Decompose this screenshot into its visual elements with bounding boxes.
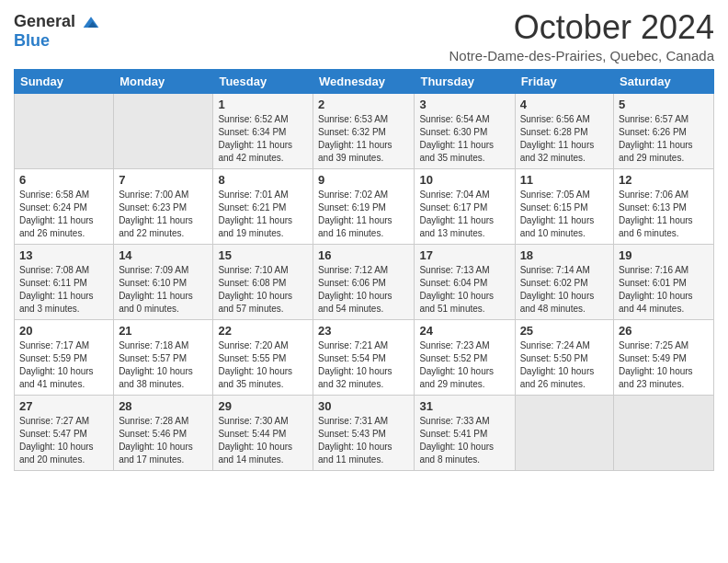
day-info: Sunrise: 6:58 AM Sunset: 6:24 PM Dayligh… [19, 189, 108, 240]
day-number: 21 [119, 324, 208, 338]
day-info: Sunrise: 6:56 AM Sunset: 6:28 PM Dayligh… [520, 113, 609, 165]
day-info: Sunrise: 7:01 AM Sunset: 6:21 PM Dayligh… [218, 189, 308, 240]
calendar-cell: 15Sunrise: 7:10 AM Sunset: 6:08 PM Dayli… [213, 244, 313, 319]
day-number: 8 [218, 173, 308, 187]
day-number: 23 [318, 324, 409, 338]
weekday-header: Saturday [614, 69, 714, 93]
calendar-cell: 29Sunrise: 7:30 AM Sunset: 5:44 PM Dayli… [213, 395, 313, 470]
day-info: Sunrise: 6:54 AM Sunset: 6:30 PM Dayligh… [419, 113, 509, 165]
day-info: Sunrise: 7:08 AM Sunset: 6:11 PM Dayligh… [19, 264, 108, 316]
day-info: Sunrise: 7:24 AM Sunset: 5:50 PM Dayligh… [520, 339, 609, 391]
day-info: Sunrise: 7:02 AM Sunset: 6:19 PM Dayligh… [318, 189, 409, 240]
calendar-cell: 17Sunrise: 7:13 AM Sunset: 6:04 PM Dayli… [415, 244, 515, 319]
day-number: 6 [19, 173, 108, 187]
day-info: Sunrise: 7:06 AM Sunset: 6:13 PM Dayligh… [619, 189, 709, 240]
weekday-header: Monday [114, 69, 213, 93]
weekday-header: Tuesday [213, 69, 313, 93]
day-number: 20 [19, 324, 108, 338]
day-number: 14 [119, 248, 208, 262]
calendar-cell: 3Sunrise: 6:54 AM Sunset: 6:30 PM Daylig… [415, 93, 515, 168]
day-info: Sunrise: 7:04 AM Sunset: 6:17 PM Dayligh… [419, 189, 509, 240]
day-info: Sunrise: 7:25 AM Sunset: 5:49 PM Dayligh… [619, 339, 709, 391]
calendar-cell: 19Sunrise: 7:16 AM Sunset: 6:01 PM Dayli… [614, 244, 714, 319]
calendar-cell: 5Sunrise: 6:57 AM Sunset: 6:26 PM Daylig… [614, 93, 714, 168]
calendar-week-row: 27Sunrise: 7:27 AM Sunset: 5:47 PM Dayli… [15, 395, 714, 470]
day-number: 10 [419, 173, 509, 187]
calendar-cell [15, 93, 114, 168]
day-number: 1 [218, 98, 308, 111]
calendar-cell [515, 395, 613, 470]
calendar-cell: 24Sunrise: 7:23 AM Sunset: 5:52 PM Dayli… [415, 319, 515, 395]
month-title: October 2024 [449, 9, 714, 46]
day-info: Sunrise: 7:10 AM Sunset: 6:08 PM Dayligh… [218, 264, 308, 316]
calendar-cell: 9Sunrise: 7:02 AM Sunset: 6:19 PM Daylig… [313, 168, 415, 244]
calendar-cell: 10Sunrise: 7:04 AM Sunset: 6:17 PM Dayli… [415, 168, 515, 244]
calendar-cell: 22Sunrise: 7:20 AM Sunset: 5:55 PM Dayli… [213, 319, 313, 395]
weekday-header-row: SundayMondayTuesdayWednesdayThursdayFrid… [15, 69, 714, 93]
calendar-cell: 13Sunrise: 7:08 AM Sunset: 6:11 PM Dayli… [15, 244, 114, 319]
calendar-cell: 16Sunrise: 7:12 AM Sunset: 6:06 PM Dayli… [313, 244, 415, 319]
day-number: 16 [318, 248, 409, 262]
day-number: 7 [119, 173, 208, 187]
day-number: 17 [419, 248, 509, 262]
calendar-cell: 6Sunrise: 6:58 AM Sunset: 6:24 PM Daylig… [15, 168, 114, 244]
day-info: Sunrise: 7:28 AM Sunset: 5:46 PM Dayligh… [119, 415, 208, 466]
calendar-cell: 31Sunrise: 7:33 AM Sunset: 5:41 PM Dayli… [415, 395, 515, 470]
calendar-week-row: 1Sunrise: 6:52 AM Sunset: 6:34 PM Daylig… [15, 93, 714, 168]
calendar-cell: 14Sunrise: 7:09 AM Sunset: 6:10 PM Dayli… [114, 244, 213, 319]
day-number: 2 [318, 98, 409, 111]
day-number: 9 [318, 173, 409, 187]
day-number: 18 [520, 248, 609, 262]
calendar-cell: 11Sunrise: 7:05 AM Sunset: 6:15 PM Dayli… [515, 168, 613, 244]
day-number: 30 [318, 399, 409, 413]
calendar-cell: 2Sunrise: 6:53 AM Sunset: 6:32 PM Daylig… [313, 93, 415, 168]
calendar-cell: 27Sunrise: 7:27 AM Sunset: 5:47 PM Dayli… [15, 395, 114, 470]
day-info: Sunrise: 7:33 AM Sunset: 5:41 PM Dayligh… [419, 415, 509, 466]
calendar-cell [614, 395, 714, 470]
day-info: Sunrise: 6:53 AM Sunset: 6:32 PM Dayligh… [318, 113, 409, 165]
day-info: Sunrise: 7:20 AM Sunset: 5:55 PM Dayligh… [218, 339, 308, 391]
logo: General Blue [14, 13, 100, 50]
day-info: Sunrise: 6:57 AM Sunset: 6:26 PM Dayligh… [619, 113, 709, 165]
calendar-cell: 7Sunrise: 7:00 AM Sunset: 6:23 PM Daylig… [114, 168, 213, 244]
day-info: Sunrise: 7:17 AM Sunset: 5:59 PM Dayligh… [19, 339, 108, 391]
logo-general: General [14, 12, 75, 30]
calendar-cell: 18Sunrise: 7:14 AM Sunset: 6:02 PM Dayli… [515, 244, 613, 319]
day-info: Sunrise: 7:30 AM Sunset: 5:44 PM Dayligh… [218, 415, 308, 466]
calendar-cell [114, 93, 213, 168]
calendar-cell: 4Sunrise: 6:56 AM Sunset: 6:28 PM Daylig… [515, 93, 613, 168]
day-number: 29 [218, 399, 308, 413]
day-info: Sunrise: 7:21 AM Sunset: 5:54 PM Dayligh… [318, 339, 409, 391]
day-info: Sunrise: 7:16 AM Sunset: 6:01 PM Dayligh… [619, 264, 709, 316]
calendar-week-row: 13Sunrise: 7:08 AM Sunset: 6:11 PM Dayli… [15, 244, 714, 319]
day-number: 26 [619, 324, 709, 338]
calendar-cell: 21Sunrise: 7:18 AM Sunset: 5:57 PM Dayli… [114, 319, 213, 395]
day-number: 24 [419, 324, 509, 338]
weekday-header: Wednesday [313, 69, 415, 93]
day-number: 4 [520, 98, 609, 111]
calendar-cell: 25Sunrise: 7:24 AM Sunset: 5:50 PM Dayli… [515, 319, 613, 395]
calendar-week-row: 6Sunrise: 6:58 AM Sunset: 6:24 PM Daylig… [15, 168, 714, 244]
day-info: Sunrise: 7:12 AM Sunset: 6:06 PM Dayligh… [318, 264, 409, 316]
day-number: 5 [619, 98, 709, 111]
calendar-cell: 28Sunrise: 7:28 AM Sunset: 5:46 PM Dayli… [114, 395, 213, 470]
day-info: Sunrise: 7:18 AM Sunset: 5:57 PM Dayligh… [119, 339, 208, 391]
day-info: Sunrise: 7:14 AM Sunset: 6:02 PM Dayligh… [520, 264, 609, 316]
day-number: 25 [520, 324, 609, 338]
weekday-header: Friday [515, 69, 613, 93]
calendar-table: SundayMondayTuesdayWednesdayThursdayFrid… [14, 69, 714, 471]
day-number: 15 [218, 248, 308, 262]
day-info: Sunrise: 7:00 AM Sunset: 6:23 PM Dayligh… [119, 189, 208, 240]
day-info: Sunrise: 6:52 AM Sunset: 6:34 PM Dayligh… [218, 113, 308, 165]
day-number: 11 [520, 173, 609, 187]
weekday-header: Sunday [15, 69, 114, 93]
calendar-cell: 26Sunrise: 7:25 AM Sunset: 5:49 PM Dayli… [614, 319, 714, 395]
day-number: 13 [19, 248, 108, 262]
calendar-cell: 8Sunrise: 7:01 AM Sunset: 6:21 PM Daylig… [213, 168, 313, 244]
calendar-cell: 12Sunrise: 7:06 AM Sunset: 6:13 PM Dayli… [614, 168, 714, 244]
day-info: Sunrise: 7:23 AM Sunset: 5:52 PM Dayligh… [419, 339, 509, 391]
calendar-cell: 30Sunrise: 7:31 AM Sunset: 5:43 PM Dayli… [313, 395, 415, 470]
calendar-week-row: 20Sunrise: 7:17 AM Sunset: 5:59 PM Dayli… [15, 319, 714, 395]
calendar-cell: 20Sunrise: 7:17 AM Sunset: 5:59 PM Dayli… [15, 319, 114, 395]
day-number: 3 [419, 98, 509, 111]
